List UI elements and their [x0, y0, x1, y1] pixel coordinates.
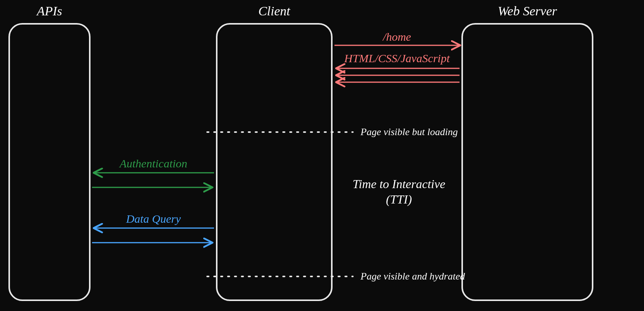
arrow-label-assets: HTML/CSS/JavaScript: [344, 52, 450, 65]
milestone-hydrated-label: Page visible and hydrated: [360, 271, 465, 282]
milestone-loading-label: Page visible but loading: [360, 126, 458, 137]
arrow-label-authentication: Authentication: [119, 157, 188, 170]
lane-title-client: Client: [258, 4, 291, 18]
arrow-label-home: /home: [382, 30, 411, 43]
tti-line-1: Time to Interactive: [352, 177, 445, 191]
lane-box-client: [217, 24, 332, 300]
tti-line-2: (TTI): [386, 192, 412, 206]
lane-box-webserver: [462, 24, 593, 300]
arrow-label-data-query: Data Query: [126, 212, 181, 225]
lane-title-webserver: Web Server: [498, 4, 557, 18]
lane-title-apis: APIs: [36, 4, 62, 18]
lane-box-apis: [9, 24, 90, 300]
